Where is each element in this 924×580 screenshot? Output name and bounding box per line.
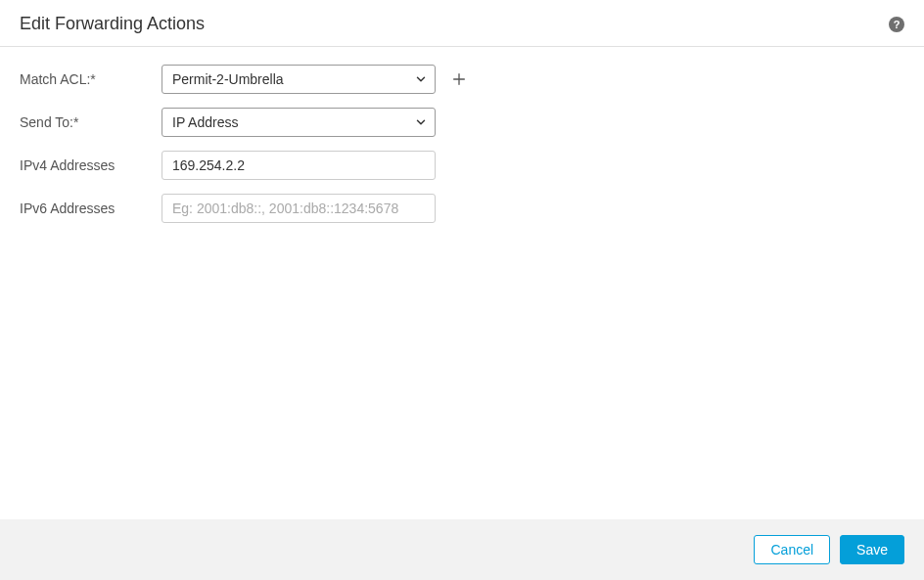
help-icon[interactable]: ? [889,17,904,32]
label-send-to: Send To:* [20,114,162,130]
match-acl-value: Permit-2-Umbrella [162,65,436,94]
label-ipv4: IPv4 Addresses [20,157,162,173]
cancel-button[interactable]: Cancel [754,535,830,564]
row-ipv6: IPv6 Addresses [20,194,904,223]
send-to-value: IP Address [162,108,436,137]
label-match-acl: Match ACL:* [20,71,162,87]
dialog-footer: Cancel Save [0,519,924,580]
form-area: Match ACL:* Permit-2-Umbrella Send To:* … [0,47,924,519]
dialog-header: Edit Forwarding Actions ? [0,0,924,47]
send-to-select[interactable]: IP Address [162,108,436,137]
ipv6-input[interactable] [162,194,436,223]
row-match-acl: Match ACL:* Permit-2-Umbrella [20,65,904,94]
row-ipv4: IPv4 Addresses [20,151,904,180]
label-ipv6: IPv6 Addresses [20,201,162,216]
row-send-to: Send To:* IP Address [20,108,904,137]
add-acl-button[interactable] [449,69,469,89]
page-title: Edit Forwarding Actions [20,14,205,34]
match-acl-select[interactable]: Permit-2-Umbrella [162,65,436,94]
ipv4-input[interactable] [162,151,436,180]
save-button[interactable]: Save [840,535,904,564]
